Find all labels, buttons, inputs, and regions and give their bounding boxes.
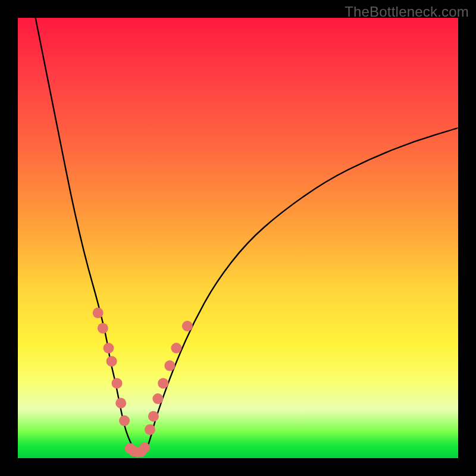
data-point — [158, 378, 168, 389]
data-point — [145, 424, 155, 435]
right-curve — [146, 128, 458, 452]
data-point — [107, 356, 117, 367]
data-point — [152, 393, 163, 404]
data-point — [103, 343, 114, 353]
data-point — [119, 415, 130, 426]
data-point — [98, 323, 108, 334]
data-points-bottom-cluster — [125, 442, 150, 457]
data-point — [164, 361, 175, 371]
chart-frame: TheBottleneck.com — [0, 0, 476, 476]
data-point — [139, 442, 150, 453]
data-point — [171, 343, 181, 353]
data-point — [112, 378, 123, 389]
data-point — [148, 411, 159, 422]
plot-area — [18, 18, 458, 458]
chart-svg — [18, 18, 458, 458]
left-curve — [36, 18, 137, 452]
data-point — [115, 398, 126, 409]
data-points-right-branch — [145, 321, 193, 435]
data-point — [182, 321, 193, 331]
data-point — [93, 308, 104, 318]
